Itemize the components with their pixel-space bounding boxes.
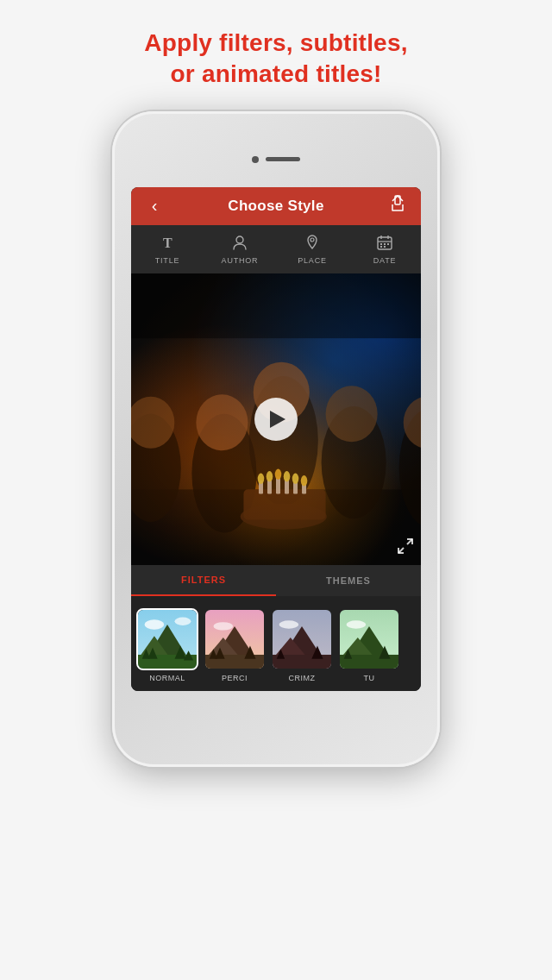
themes-tab[interactable]: THEMES <box>276 565 421 596</box>
filter-perci[interactable]: PERCI <box>204 608 266 682</box>
filter-tu[interactable]: TU <box>338 608 400 682</box>
tab-title[interactable]: T TITLE <box>131 234 204 265</box>
svg-point-54 <box>213 622 233 630</box>
play-icon <box>270 411 285 428</box>
filter-thumb-normal <box>136 608 198 670</box>
place-icon <box>304 234 321 254</box>
back-button[interactable]: ‹ <box>141 196 167 216</box>
svg-rect-8 <box>380 243 382 245</box>
svg-point-70 <box>347 620 367 628</box>
svg-rect-10 <box>387 243 389 245</box>
video-player[interactable] <box>131 273 421 565</box>
filter-tu-label: TU <box>364 674 375 682</box>
filter-crimz-label: CRIMZ <box>289 674 316 682</box>
svg-rect-28 <box>243 489 325 519</box>
camera-dot <box>252 156 259 163</box>
svg-point-38 <box>284 471 291 482</box>
svg-point-40 <box>301 475 308 487</box>
phone-mockup: ‹ Choose Style T <box>112 111 440 767</box>
filter-thumb-perci <box>204 608 266 670</box>
svg-point-3 <box>310 238 314 242</box>
nav-title: Choose Style <box>228 198 323 215</box>
svg-point-36 <box>267 471 273 482</box>
play-button[interactable] <box>254 398 298 441</box>
phone-notch <box>252 156 300 163</box>
expand-button[interactable] <box>397 537 414 558</box>
filters-tab[interactable]: FILTERS <box>131 565 276 596</box>
nav-bar: ‹ Choose Style <box>131 187 421 225</box>
svg-point-45 <box>175 617 191 625</box>
filter-tab-bar: FILTERS THEMES <box>131 565 421 596</box>
svg-rect-9 <box>384 243 386 245</box>
share-button[interactable] <box>385 194 411 217</box>
svg-rect-11 <box>380 246 382 248</box>
svg-point-2 <box>236 236 243 243</box>
phone-screen: ‹ Choose Style T <box>131 187 421 691</box>
tab-place[interactable]: PLACE <box>276 234 348 265</box>
author-icon <box>231 234 248 254</box>
promo-text: Apply filters, subtitles, or animated ti… <box>144 28 407 91</box>
speaker-bar <box>266 157 300 161</box>
filter-crimz[interactable]: CRIMZ <box>271 608 333 682</box>
tab-place-label: PLACE <box>298 256 327 265</box>
svg-rect-15 <box>131 273 421 338</box>
svg-point-20 <box>196 394 248 450</box>
svg-point-35 <box>258 473 265 484</box>
filter-perci-label: PERCI <box>222 674 248 682</box>
svg-point-44 <box>145 619 165 629</box>
app-content: ‹ Choose Style T <box>131 187 421 691</box>
filter-thumb-tu <box>338 608 400 670</box>
svg-text:T: T <box>163 236 172 250</box>
tab-author[interactable]: AUTHOR <box>204 234 276 265</box>
tab-title-label: TITLE <box>155 256 180 265</box>
svg-point-39 <box>292 473 299 484</box>
filter-row: NORMAL <box>131 596 421 691</box>
date-icon <box>376 234 393 254</box>
svg-point-63 <box>279 620 299 628</box>
tab-date[interactable]: DATE <box>348 234 421 265</box>
filter-normal[interactable]: NORMAL <box>136 608 198 682</box>
filter-normal-label: NORMAL <box>149 674 185 682</box>
tab-author-label: AUTHOR <box>222 256 259 265</box>
tab-bar: T TITLE AUTHOR <box>131 225 421 273</box>
svg-point-37 <box>275 468 282 480</box>
title-icon: T <box>159 234 176 254</box>
tab-date-label: DATE <box>373 256 397 265</box>
filter-thumb-crimz <box>271 608 333 670</box>
svg-rect-12 <box>384 246 386 248</box>
svg-point-24 <box>326 386 378 442</box>
